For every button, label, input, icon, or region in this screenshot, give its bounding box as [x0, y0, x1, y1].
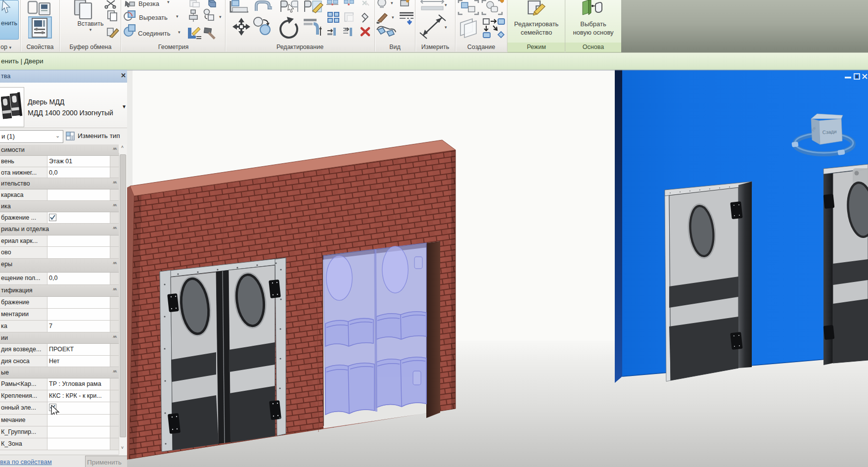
- svg-text:Сзади: Сзади: [822, 129, 836, 135]
